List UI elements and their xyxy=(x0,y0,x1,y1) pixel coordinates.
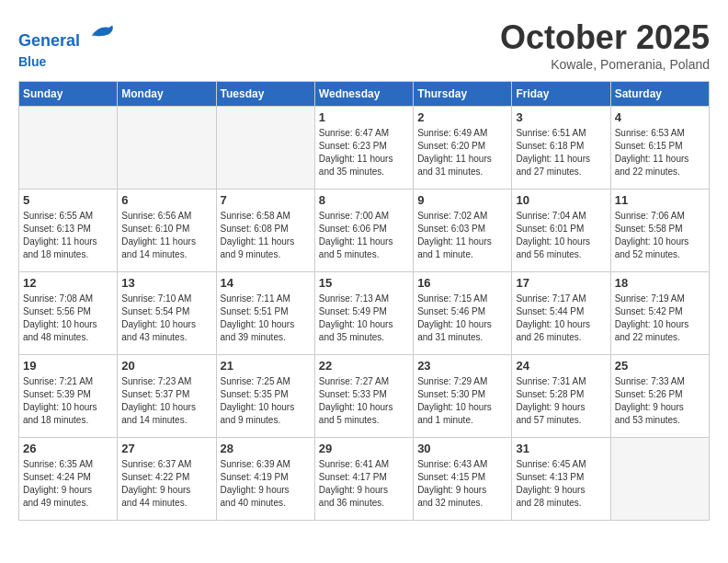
day-cell: 19Sunrise: 7:21 AM Sunset: 5:39 PM Dayli… xyxy=(19,355,118,438)
day-cell: 17Sunrise: 7:17 AM Sunset: 5:44 PM Dayli… xyxy=(512,272,610,355)
day-info: Sunrise: 7:19 AM Sunset: 5:42 PM Dayligh… xyxy=(615,293,705,344)
day-cell: 23Sunrise: 7:29 AM Sunset: 5:30 PM Dayli… xyxy=(414,355,512,438)
day-cell xyxy=(19,107,118,190)
weekday-header-monday: Monday xyxy=(118,82,216,107)
day-number: 12 xyxy=(23,276,113,290)
day-info: Sunrise: 7:29 AM Sunset: 5:30 PM Dayligh… xyxy=(417,375,507,427)
day-info: Sunrise: 6:45 AM Sunset: 4:13 PM Dayligh… xyxy=(516,458,606,510)
logo-general: General xyxy=(18,31,80,50)
day-cell: 7Sunrise: 6:58 AM Sunset: 6:08 PM Daylig… xyxy=(216,190,314,272)
day-info: Sunrise: 7:27 AM Sunset: 5:33 PM Dayligh… xyxy=(319,375,409,427)
weekday-header-saturday: Saturday xyxy=(610,82,709,107)
day-info: Sunrise: 7:25 AM Sunset: 5:35 PM Dayligh… xyxy=(221,375,311,427)
day-info: Sunrise: 7:04 AM Sunset: 6:01 PM Dayligh… xyxy=(516,210,606,261)
day-cell: 6Sunrise: 6:56 AM Sunset: 6:10 PM Daylig… xyxy=(118,190,216,272)
logo-blue: Blue xyxy=(18,54,46,69)
weekday-header-sunday: Sunday xyxy=(19,82,118,107)
day-number: 23 xyxy=(417,359,507,373)
day-number: 7 xyxy=(221,193,311,207)
day-cell: 31Sunrise: 6:45 AM Sunset: 4:13 PM Dayli… xyxy=(512,438,610,521)
weekday-header-tuesday: Tuesday xyxy=(216,82,314,107)
day-number: 28 xyxy=(221,442,311,455)
day-number: 15 xyxy=(319,276,409,290)
day-cell: 16Sunrise: 7:15 AM Sunset: 5:46 PM Dayli… xyxy=(414,272,512,355)
day-cell: 21Sunrise: 7:25 AM Sunset: 5:35 PM Dayli… xyxy=(216,355,314,438)
day-info: Sunrise: 6:58 AM Sunset: 6:08 PM Dayligh… xyxy=(221,210,311,261)
weekday-header-friday: Friday xyxy=(512,82,610,107)
day-cell xyxy=(216,107,314,190)
day-number: 11 xyxy=(615,193,705,207)
day-info: Sunrise: 6:35 AM Sunset: 4:24 PM Dayligh… xyxy=(23,458,113,510)
calendar-header: SundayMondayTuesdayWednesdayThursdayFrid… xyxy=(19,82,710,107)
weekday-header-row: SundayMondayTuesdayWednesdayThursdayFrid… xyxy=(19,82,710,107)
weekday-header-wednesday: Wednesday xyxy=(314,82,413,107)
logo: General Blue xyxy=(18,18,116,71)
day-number: 29 xyxy=(319,442,409,455)
day-number: 24 xyxy=(516,359,606,373)
day-info: Sunrise: 7:17 AM Sunset: 5:44 PM Dayligh… xyxy=(516,293,606,344)
week-row-4: 19Sunrise: 7:21 AM Sunset: 5:39 PM Dayli… xyxy=(19,355,710,438)
day-cell: 30Sunrise: 6:43 AM Sunset: 4:15 PM Dayli… xyxy=(414,438,512,521)
day-info: Sunrise: 6:53 AM Sunset: 6:15 PM Dayligh… xyxy=(615,127,705,178)
day-cell: 26Sunrise: 6:35 AM Sunset: 4:24 PM Dayli… xyxy=(19,438,118,521)
day-number: 10 xyxy=(516,193,606,207)
day-info: Sunrise: 6:47 AM Sunset: 6:23 PM Dayligh… xyxy=(319,127,409,178)
day-info: Sunrise: 6:49 AM Sunset: 6:20 PM Dayligh… xyxy=(417,127,507,178)
day-cell: 10Sunrise: 7:04 AM Sunset: 6:01 PM Dayli… xyxy=(512,190,610,272)
day-number: 6 xyxy=(121,193,211,207)
day-number: 4 xyxy=(615,110,705,124)
day-cell: 25Sunrise: 7:33 AM Sunset: 5:26 PM Dayli… xyxy=(610,355,709,438)
day-info: Sunrise: 7:33 AM Sunset: 5:26 PM Dayligh… xyxy=(615,375,705,427)
day-number: 20 xyxy=(121,359,211,373)
day-cell: 20Sunrise: 7:23 AM Sunset: 5:37 PM Dayli… xyxy=(118,355,216,438)
day-cell: 22Sunrise: 7:27 AM Sunset: 5:33 PM Dayli… xyxy=(314,355,413,438)
day-cell: 13Sunrise: 7:10 AM Sunset: 5:54 PM Dayli… xyxy=(118,272,216,355)
day-cell: 4Sunrise: 6:53 AM Sunset: 6:15 PM Daylig… xyxy=(610,107,709,190)
day-cell: 29Sunrise: 6:41 AM Sunset: 4:17 PM Dayli… xyxy=(314,438,413,521)
day-cell: 1Sunrise: 6:47 AM Sunset: 6:23 PM Daylig… xyxy=(314,107,413,190)
location-subtitle: Kowale, Pomerania, Poland xyxy=(500,57,710,72)
day-number: 17 xyxy=(516,276,606,290)
day-info: Sunrise: 7:08 AM Sunset: 5:56 PM Dayligh… xyxy=(23,293,113,344)
day-cell: 3Sunrise: 6:51 AM Sunset: 6:18 PM Daylig… xyxy=(512,107,610,190)
day-info: Sunrise: 6:43 AM Sunset: 4:15 PM Dayligh… xyxy=(417,458,507,510)
day-cell: 24Sunrise: 7:31 AM Sunset: 5:28 PM Dayli… xyxy=(512,355,610,438)
day-number: 27 xyxy=(121,442,211,455)
day-number: 2 xyxy=(417,110,507,124)
day-number: 8 xyxy=(319,193,409,207)
calendar-table: SundayMondayTuesdayWednesdayThursdayFrid… xyxy=(18,81,710,521)
day-info: Sunrise: 6:55 AM Sunset: 6:13 PM Dayligh… xyxy=(23,210,113,261)
day-info: Sunrise: 7:11 AM Sunset: 5:51 PM Dayligh… xyxy=(221,293,311,344)
day-info: Sunrise: 6:51 AM Sunset: 6:18 PM Dayligh… xyxy=(516,127,606,178)
day-number: 5 xyxy=(23,193,113,207)
day-info: Sunrise: 6:39 AM Sunset: 4:19 PM Dayligh… xyxy=(221,458,311,510)
day-cell: 8Sunrise: 7:00 AM Sunset: 6:06 PM Daylig… xyxy=(314,190,413,272)
day-cell: 2Sunrise: 6:49 AM Sunset: 6:20 PM Daylig… xyxy=(414,107,512,190)
day-info: Sunrise: 7:23 AM Sunset: 5:37 PM Dayligh… xyxy=(121,375,211,427)
day-number: 18 xyxy=(615,276,705,290)
week-row-2: 5Sunrise: 6:55 AM Sunset: 6:13 PM Daylig… xyxy=(19,190,710,272)
day-info: Sunrise: 7:00 AM Sunset: 6:06 PM Dayligh… xyxy=(319,210,409,261)
day-number: 9 xyxy=(417,193,507,207)
day-cell: 12Sunrise: 7:08 AM Sunset: 5:56 PM Dayli… xyxy=(19,272,118,355)
day-number: 30 xyxy=(417,442,507,455)
day-cell: 15Sunrise: 7:13 AM Sunset: 5:49 PM Dayli… xyxy=(314,272,413,355)
day-info: Sunrise: 7:13 AM Sunset: 5:49 PM Dayligh… xyxy=(319,293,409,344)
day-number: 16 xyxy=(417,276,507,290)
day-info: Sunrise: 7:31 AM Sunset: 5:28 PM Dayligh… xyxy=(516,375,606,427)
month-title: October 2025 xyxy=(500,18,710,57)
day-number: 1 xyxy=(319,110,409,124)
day-info: Sunrise: 7:02 AM Sunset: 6:03 PM Dayligh… xyxy=(417,210,507,261)
day-cell xyxy=(118,107,216,190)
day-cell: 14Sunrise: 7:11 AM Sunset: 5:51 PM Dayli… xyxy=(216,272,314,355)
day-info: Sunrise: 6:41 AM Sunset: 4:17 PM Dayligh… xyxy=(319,458,409,510)
calendar-body: 1Sunrise: 6:47 AM Sunset: 6:23 PM Daylig… xyxy=(19,107,710,521)
day-cell: 11Sunrise: 7:06 AM Sunset: 5:58 PM Dayli… xyxy=(610,190,709,272)
day-cell: 27Sunrise: 6:37 AM Sunset: 4:22 PM Dayli… xyxy=(118,438,216,521)
day-cell: 28Sunrise: 6:39 AM Sunset: 4:19 PM Dayli… xyxy=(216,438,314,521)
day-number: 21 xyxy=(221,359,311,373)
page-header: General Blue October 2025 Kowale, Pomera… xyxy=(18,18,710,72)
week-row-1: 1Sunrise: 6:47 AM Sunset: 6:23 PM Daylig… xyxy=(19,107,710,190)
day-cell: 5Sunrise: 6:55 AM Sunset: 6:13 PM Daylig… xyxy=(19,190,118,272)
week-row-5: 26Sunrise: 6:35 AM Sunset: 4:24 PM Dayli… xyxy=(19,438,710,521)
